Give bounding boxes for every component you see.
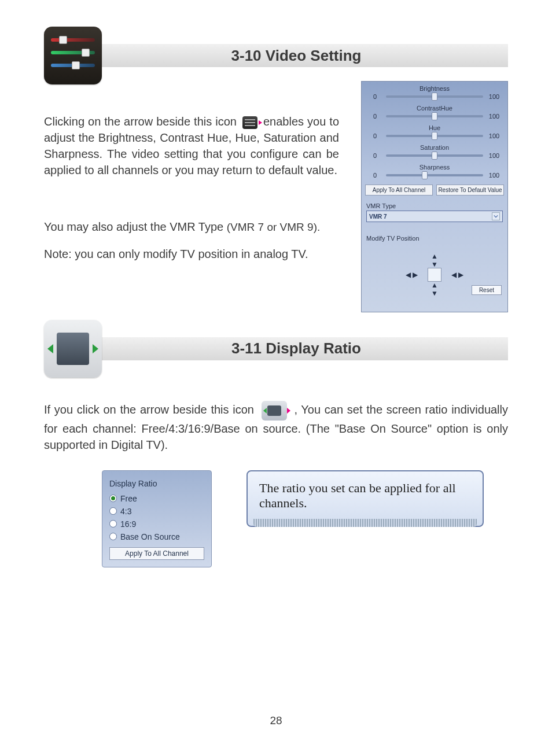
reset-button[interactable]: Reset: [472, 285, 502, 295]
p2b: (VMR 7 or VMR 9).: [227, 221, 321, 233]
display-ratio-panel: Display Ratio Free4:316:9Base On Source …: [102, 470, 212, 567]
display-ratio-inline-icon: [262, 401, 287, 421]
apply-all-channel-button[interactable]: Apply To All Channel: [365, 185, 433, 196]
ratio-option[interactable]: 16:9: [109, 519, 204, 529]
tv-position-pad: ▲ ▼ ▲ ▼ ◀ ▶ ◀ ▶ Reset: [362, 249, 507, 301]
pad-center[interactable]: [428, 268, 441, 282]
slider-max: 100: [487, 93, 502, 100]
slider-min: 0: [367, 172, 382, 179]
ratio-option[interactable]: 4:3: [109, 507, 204, 516]
ratio-option[interactable]: Base On Source: [109, 532, 204, 541]
ratio-option-label: 16:9: [120, 519, 136, 529]
heading-text: 3-10 Video Setting: [231, 47, 362, 65]
slider-track-hue[interactable]: [386, 135, 483, 137]
heading-bar-2: 3-11 Display Ratio: [84, 337, 508, 360]
ratio-option-label: Base On Source: [120, 532, 180, 541]
slider-label: ContrastHue: [362, 105, 507, 112]
radio-icon: [109, 495, 117, 502]
slider-max: 100: [487, 172, 502, 179]
sliders-icon: [242, 116, 257, 129]
restore-default-button[interactable]: Restore To Default Value: [436, 185, 504, 196]
modify-tv-position-label: Modify TV Position: [362, 233, 507, 243]
paragraph-ratio: If you click on the arrow beside this ic…: [44, 401, 508, 453]
ratio-option-label: 4:3: [120, 507, 131, 516]
slider-track-saturation[interactable]: [386, 154, 483, 157]
display-ratio-icon: [44, 320, 102, 378]
arrow-left-small-icon[interactable]: ◀: [451, 271, 457, 279]
heading-bar: 3-10 Video Setting: [84, 44, 508, 67]
paragraph-2: You may also adjust the VMR Type (VMR 7 …: [44, 219, 339, 235]
arrow-down-icon[interactable]: ▼: [431, 289, 438, 297]
slider-track-sharpness[interactable]: [386, 174, 483, 176]
slider-min: 0: [367, 152, 382, 159]
callout-text: The ratio you set can be applied for all…: [259, 481, 456, 510]
section-heading-video: 3-10 Video Setting: [44, 27, 508, 84]
p1a: Clicking on the arrow beside this icon: [44, 115, 240, 128]
radio-icon: [109, 507, 117, 515]
page-number: 28: [0, 714, 552, 727]
slider-label: Brightness: [362, 85, 507, 92]
radio-icon: [109, 520, 117, 528]
ratio-panel-title: Display Ratio: [109, 479, 204, 488]
chevron-down-icon: [492, 212, 500, 220]
video-settings-icon: [44, 27, 102, 84]
arrow-right-icon[interactable]: ▶: [458, 271, 463, 279]
slider-min: 0: [367, 113, 382, 120]
slider-max: 100: [487, 132, 502, 139]
slider-track-contrasthue[interactable]: [386, 115, 483, 117]
p2a: You may also adjust the VMR Type: [44, 220, 227, 233]
ratio-option[interactable]: Free: [109, 494, 204, 503]
slider-label: Hue: [362, 124, 507, 131]
slider-label: Saturation: [362, 144, 507, 151]
apply-all-channel-button-2[interactable]: Apply To All Channel: [109, 547, 204, 560]
arrow-up-small-icon[interactable]: ▲: [431, 281, 438, 289]
pr1a: If you click on the arrow beside this ic…: [44, 403, 258, 416]
radio-icon: [109, 533, 117, 540]
slider-min: 0: [367, 93, 382, 100]
heading-text-2: 3-11 Display Ratio: [231, 340, 361, 357]
arrow-left-icon[interactable]: ◀: [406, 271, 411, 279]
arrow-down-small-icon[interactable]: ▼: [431, 260, 438, 268]
vmr-type-value: VMR 7: [369, 213, 387, 220]
slider-max: 100: [487, 152, 502, 159]
slider-track-brightness[interactable]: [386, 95, 483, 98]
slider-max: 100: [487, 113, 502, 120]
video-settings-panel: Brightness0100ContrastHue0100Hue0100Satu…: [361, 81, 508, 312]
slider-label: Sharpness: [362, 164, 507, 171]
paragraph-1: Clicking on the arrow beside this icon e…: [44, 113, 339, 178]
vmr-type-select[interactable]: VMR 7: [366, 211, 503, 222]
ratio-option-label: Free: [120, 494, 137, 503]
section-heading-ratio: 3-11 Display Ratio: [44, 320, 508, 378]
paragraph-3: Note: you can only modify TV position in…: [44, 246, 339, 262]
slider-min: 0: [367, 132, 382, 139]
vmr-type-label: VMR Type: [362, 200, 507, 211]
arrow-right-small-icon[interactable]: ▶: [413, 271, 418, 279]
callout-bubble: The ratio you set can be applied for all…: [246, 470, 484, 527]
arrow-up-icon[interactable]: ▲: [431, 252, 438, 260]
